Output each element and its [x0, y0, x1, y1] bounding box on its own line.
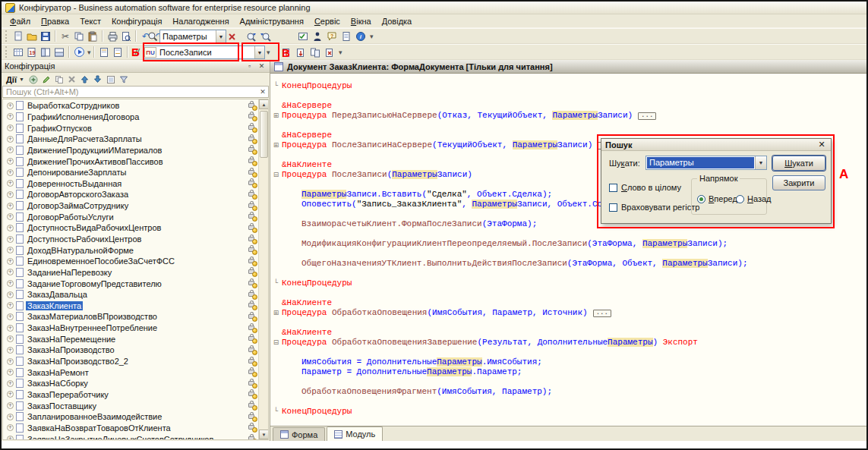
- expand-icon[interactable]: +: [7, 436, 14, 439]
- tree-item[interactable]: +ГрафикОтпусков: [3, 122, 258, 134]
- expand-icon[interactable]: +: [7, 291, 14, 298]
- fold-toggle-icon[interactable]: ⊟: [270, 338, 282, 346]
- expand-icon[interactable]: +: [7, 280, 14, 287]
- tree-item[interactable]: +ГрафикИсполненияДоговора: [3, 112, 258, 123]
- window-layout-icon[interactable]: [52, 46, 66, 59]
- expand-icon[interactable]: +: [7, 358, 14, 365]
- tree-item[interactable]: +ДоходВНатуральнойФорме: [3, 244, 258, 256]
- move-down-button[interactable]: [92, 74, 104, 85]
- interface-wizard-icon[interactable]: [311, 30, 324, 43]
- put-to-storage-icon[interactable]: [294, 46, 308, 59]
- tree-item[interactable]: +ЗапланированноеВзаимодействие: [3, 411, 258, 423]
- start-debugging-icon[interactable]: [72, 46, 86, 59]
- template-copy-icon[interactable]: [111, 46, 125, 59]
- match-case-checkbox[interactable]: Враховувати регістр: [609, 203, 699, 212]
- tree-item[interactable]: +ЗаказКлиента: [3, 301, 258, 312]
- tab-form[interactable]: Форма: [273, 427, 325, 441]
- tree-item[interactable]: +ДепонированиеЗарплаты: [3, 167, 258, 178]
- tree-item[interactable]: +ЗаявкаНаВозвратТоваровОтКлиента: [3, 423, 258, 434]
- tree-item[interactable]: +ДоговорРаботыУслуги: [3, 211, 258, 222]
- chevron-down-icon[interactable]: ▼: [254, 46, 264, 58]
- menu-item[interactable]: Текст: [74, 15, 106, 27]
- add-button[interactable]: [27, 74, 39, 85]
- tree-item[interactable]: +ДоверенностьВыданная: [3, 178, 258, 189]
- expand-icon[interactable]: +: [7, 258, 14, 265]
- close-icon[interactable]: ✕: [816, 140, 827, 149]
- tree-item[interactable]: +ЗаказНаРемонт: [3, 367, 258, 378]
- fold-toggle-icon[interactable]: ⊟: [270, 171, 282, 178]
- tree-item[interactable]: +ЗаявкаНаЗакрытиеЛицевыхСчетовСотруднико…: [3, 433, 258, 439]
- expand-icon[interactable]: +: [7, 169, 14, 176]
- actions-menu-button[interactable]: Дії▼: [4, 75, 27, 84]
- expand-icon[interactable]: +: [7, 213, 14, 220]
- cut-button[interactable]: ✂: [58, 30, 72, 43]
- find-button[interactable]: Шукати: [772, 156, 825, 171]
- move-up-button[interactable]: [79, 74, 91, 85]
- expand-icon[interactable]: +: [7, 180, 14, 187]
- debug-dropdown-icon[interactable]: ▾: [87, 49, 91, 56]
- tree-item[interactable]: +ВыработкаСотрудников: [3, 100, 258, 112]
- scroll-up-icon[interactable]: ▲: [259, 99, 269, 109]
- find-next-icon[interactable]: [245, 30, 258, 43]
- expand-icon[interactable]: +: [7, 146, 14, 153]
- configuration-check-icon[interactable]: [296, 30, 310, 43]
- tree-item[interactable]: +ДоговорЗаймаСотруднику: [3, 200, 258, 212]
- pin-icon[interactable]: ▫: [245, 61, 254, 71]
- find-what-combobox[interactable]: Параметры ▼: [645, 156, 767, 170]
- tree-item[interactable]: +ЗаказПоставщику: [3, 400, 258, 411]
- tree-item[interactable]: +ЗаказМатериаловВПроизводство: [3, 311, 258, 323]
- tree-item[interactable]: +ЗаказНаПеремещение: [3, 333, 258, 345]
- open-button[interactable]: [25, 30, 39, 43]
- tree-scrollbar[interactable]: ▲ ▼: [258, 99, 268, 439]
- new-document-button[interactable]: [11, 30, 25, 43]
- expand-icon[interactable]: +: [7, 136, 14, 143]
- tree-item[interactable]: +ДвижениеПродукцииИМатериалов: [3, 145, 258, 156]
- collapsed-code-marker[interactable]: ...: [638, 112, 656, 120]
- expand-icon[interactable]: +: [7, 380, 14, 387]
- tree-item[interactable]: +ЗаказНаПроизводство2_2: [3, 356, 258, 367]
- tab-module[interactable]: Модуль: [327, 426, 383, 441]
- procedure-combobox[interactable]: ПU ПослеЗаписи ▼: [143, 46, 265, 59]
- direction-backward-radio[interactable]: Назад: [736, 194, 772, 203]
- code-container[interactable]: └КонецПроцедуры &НаСервере⊞Процедура Пер…: [270, 74, 866, 426]
- tree-item[interactable]: +ЗаказПереработчику: [3, 389, 258, 401]
- expand-icon[interactable]: +: [7, 102, 14, 109]
- fold-toggle-icon[interactable]: ⊞: [270, 141, 282, 149]
- expand-icon[interactable]: +: [7, 391, 14, 398]
- tree-item[interactable]: +ДоговорАвторскогоЗаказа: [3, 189, 258, 200]
- split-view-icon[interactable]: [39, 46, 52, 59]
- tree-item[interactable]: +ЕдиновременноеПособиеЗаСчетФСС: [3, 256, 258, 267]
- toolbar-overflow-icon[interactable]: ▾: [339, 49, 342, 56]
- tree-item[interactable]: +ЗаданиеНаПеревозку: [3, 267, 258, 278]
- tree-item[interactable]: +ЗаказНаВнутреннееПотребление: [3, 323, 258, 334]
- expand-icon[interactable]: +: [7, 414, 14, 420]
- expand-icon[interactable]: +: [7, 269, 14, 275]
- checkbox-icon[interactable]: [609, 203, 617, 212]
- direction-forward-radio[interactable]: Вперед: [697, 194, 737, 203]
- search-combobox[interactable]: Параметры ▼: [159, 30, 226, 43]
- scroll-down-icon[interactable]: ▼: [259, 430, 269, 439]
- tree-item[interactable]: +ДанныеДляРасчетаЗарплаты: [3, 134, 258, 145]
- save-button[interactable]: [39, 30, 52, 43]
- combo-overflow-icon[interactable]: ▾: [267, 49, 270, 56]
- expand-icon[interactable]: +: [7, 236, 14, 243]
- fold-toggle-icon[interactable]: ⊞: [270, 112, 282, 119]
- expand-icon[interactable]: +: [7, 335, 14, 342]
- expand-icon[interactable]: +: [7, 313, 14, 320]
- tree-item[interactable]: +ЗаказДавальца: [3, 289, 258, 301]
- cancel-edit-icon[interactable]: [323, 46, 336, 59]
- copy-button[interactable]: [72, 30, 86, 43]
- tree-item[interactable]: +ДоступностьРабочихЦентров: [3, 234, 258, 245]
- search-combobox-value[interactable]: Параметры: [160, 32, 216, 41]
- expand-icon[interactable]: +: [7, 347, 14, 354]
- compare-modules-icon[interactable]: [308, 46, 322, 59]
- clear-icon[interactable]: ✕: [257, 88, 268, 96]
- expand-icon[interactable]: +: [7, 325, 14, 332]
- search-dialog-titlebar[interactable]: Пошук ✕: [601, 139, 831, 151]
- copy-button[interactable]: [53, 74, 65, 85]
- menu-item[interactable]: Файл: [5, 15, 36, 27]
- expand-icon[interactable]: +: [7, 302, 14, 309]
- radio-icon[interactable]: [736, 195, 744, 203]
- clear-search-button[interactable]: [226, 30, 238, 43]
- paste-button[interactable]: [86, 30, 99, 43]
